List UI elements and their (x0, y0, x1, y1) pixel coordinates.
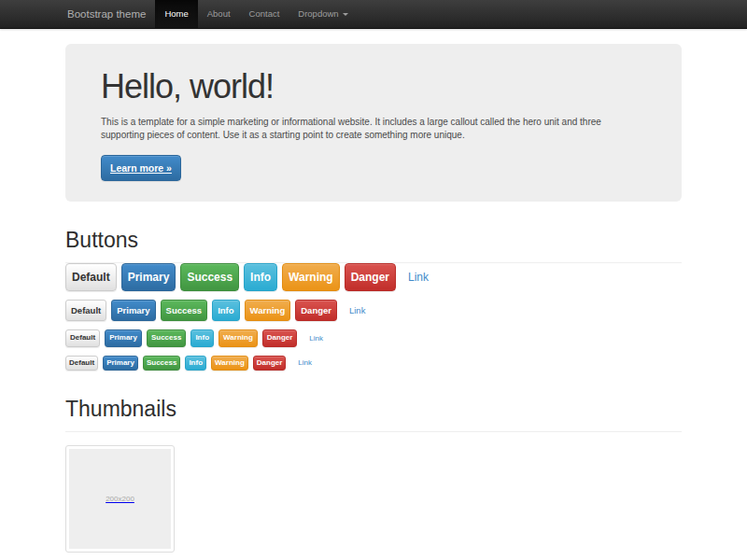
warning-button-xs[interactable]: Warning (211, 356, 248, 371)
nav-item-contact-label: Contact (249, 0, 280, 28)
link-button-lg[interactable]: Link (408, 271, 429, 284)
button-row-default: DefaultPrimarySuccessInfoWarningDangerLi… (65, 300, 682, 321)
danger-button-sm[interactable]: Danger (262, 329, 298, 347)
success-button-xs[interactable]: Success (143, 356, 180, 371)
navbar-container: Bootstrap theme Home About Contact Dropd… (65, 0, 682, 28)
success-button-md[interactable]: Success (161, 300, 208, 321)
thumbnail-item[interactable]: 200x200 (65, 445, 175, 553)
nav-item-home-label: Home (164, 0, 188, 28)
nav-item-about-label: About (207, 0, 231, 28)
caret-down-icon (343, 13, 348, 16)
info-button-lg[interactable]: Info (244, 263, 277, 291)
hero-title: Hello, world! (101, 69, 646, 105)
danger-button-xs[interactable]: Danger (253, 356, 287, 371)
navbar-nav: Home About Contact Dropdown (155, 0, 357, 28)
thumbnails-heading: Thumbnails (65, 399, 682, 420)
button-row-small: DefaultPrimarySuccessInfoWarningDangerLi… (65, 329, 682, 347)
button-row-xsmall: DefaultPrimarySuccessInfoWarningDangerLi… (65, 356, 682, 371)
learn-more-button[interactable]: Learn more » (101, 155, 181, 182)
link-button-md[interactable]: Link (349, 305, 365, 315)
link-button-xs[interactable]: Link (298, 358, 312, 367)
danger-button-lg[interactable]: Danger (345, 263, 396, 291)
info-button-sm[interactable]: Info (190, 329, 214, 347)
nav-item-dropdown-label: Dropdown (298, 0, 338, 28)
thumbnails-section-header: Thumbnails (65, 399, 682, 432)
hero-unit: Hello, world! This is a template for a s… (65, 44, 682, 202)
warning-button-sm[interactable]: Warning (218, 329, 258, 347)
hero-description: This is a template for a simple marketin… (101, 116, 646, 143)
nav-item-about[interactable]: About (198, 0, 240, 28)
warning-button-lg[interactable]: Warning (282, 263, 340, 291)
buttons-heading: Buttons (65, 230, 682, 251)
nav-item-contact[interactable]: Contact (240, 0, 289, 28)
nav-item-dropdown[interactable]: Dropdown (289, 0, 357, 28)
thumbnail-placeholder-label: 200x200 (106, 495, 134, 503)
warning-button-md[interactable]: Warning (245, 300, 291, 321)
navbar-brand[interactable]: Bootstrap theme (65, 0, 148, 28)
main-container: Hello, world! This is a template for a s… (65, 44, 682, 553)
primary-button-md[interactable]: Primary (111, 300, 155, 321)
default-button-sm[interactable]: Default (65, 329, 100, 347)
success-button-sm[interactable]: Success (147, 329, 186, 347)
button-row-large: DefaultPrimarySuccessInfoWarningDangerLi… (65, 263, 682, 291)
primary-button-sm[interactable]: Primary (105, 329, 142, 347)
default-button-lg[interactable]: Default (65, 263, 117, 291)
thumbnails-row: 200x200 (65, 445, 682, 553)
link-button-sm[interactable]: Link (309, 334, 323, 343)
thumbnail-placeholder-image: 200x200 (69, 449, 171, 549)
buttons-section-header: Buttons (65, 230, 682, 263)
default-button-xs[interactable]: Default (65, 356, 98, 371)
primary-button-xs[interactable]: Primary (103, 356, 138, 371)
success-button-lg[interactable]: Success (180, 263, 239, 291)
info-button-xs[interactable]: Info (185, 356, 206, 371)
default-button-md[interactable]: Default (65, 300, 106, 321)
nav-item-home[interactable]: Home (155, 0, 197, 28)
top-navbar: Bootstrap theme Home About Contact Dropd… (0, 0, 747, 29)
info-button-md[interactable]: Info (212, 300, 239, 321)
danger-button-md[interactable]: Danger (295, 300, 337, 321)
primary-button-lg[interactable]: Primary (121, 263, 176, 291)
